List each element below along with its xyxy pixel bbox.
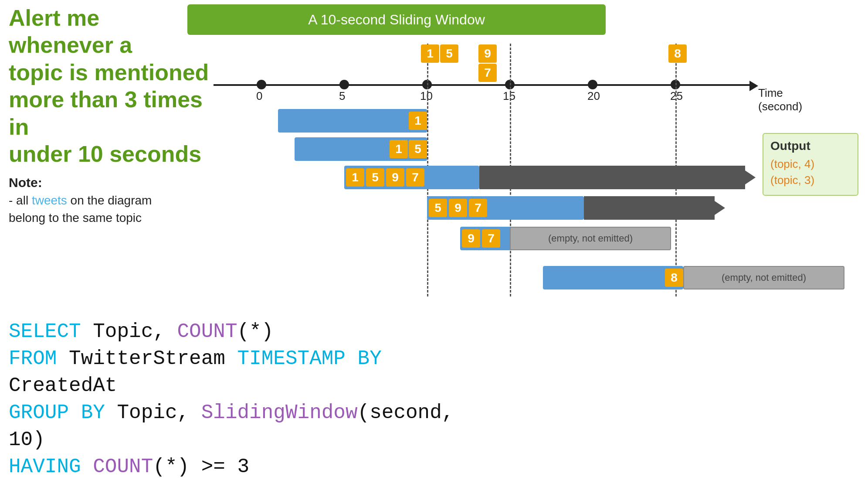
left-panel: Alert me whenever a topic is mentioned m… [9,4,209,226]
bar3-badge-7: 7 [406,168,424,187]
time-dot-0 [257,80,266,89]
time-label-10: 10 [420,89,433,103]
note-section: Note: - all tweets on the diagram belong… [9,175,209,226]
time-dot-5 [339,80,349,89]
diagram: A 10-second Sliding Window 0 5 10 15 20 … [187,4,858,310]
sql-line-2: FROM TwitterStream TIMESTAMP BY CreatedA… [9,345,488,399]
empty-label-1: (empty, not emitted) [548,233,633,244]
bar-row4-blue: 5 9 7 [427,196,584,220]
bar-row1: 1 [278,109,427,133]
bar1-badge-1: 1 [409,112,427,130]
badge-event-9-top: 9 [478,44,497,63]
output-item-2: (topic, 3) [770,174,851,187]
badge-event-1-top: 1 [421,44,439,63]
empty-box-1: (empty, not emitted) [510,227,671,250]
time-label-20: 20 [587,89,600,103]
note-body: - all tweets on the diagram belong to th… [9,192,209,226]
bar3-badge-9: 9 [386,168,404,187]
time-dot-20 [588,80,597,89]
bar3-badge-1: 1 [346,168,364,187]
alert-line2: topic is mentioned [9,60,209,85]
sliding-window-header: A 10-second Sliding Window [187,4,606,35]
header-text: A 10-second Sliding Window [308,12,485,28]
note-label: Note [9,175,38,190]
bar-row3-blue: 1 5 9 7 [344,166,479,189]
bar-row2: 1 5 [295,137,427,161]
bar-row3-dark [479,166,745,189]
bar-row3-arrow [745,170,756,184]
time-label-5: 5 [339,89,345,103]
alert-text: Alert me whenever a topic is mentioned m… [9,4,209,167]
sql-section: SELECT Topic, COUNT(*) FROM TwitterStrea… [9,318,488,481]
bar-row6-blue: 8 [543,266,683,289]
bar-row4-arrow [715,201,725,215]
bar4-badge-5: 5 [429,199,447,217]
badge-event-7-top: 7 [478,64,497,82]
sql-line-1: SELECT Topic, COUNT(*) [9,318,488,345]
alert-line4: under 10 seconds [9,141,201,167]
bar6-badge-8: 8 [665,269,683,287]
empty-label-2: (empty, not emitted) [722,272,806,283]
time-label-15: 15 [503,89,515,103]
output-panel: Output (topic, 4) (topic, 3) [763,133,858,196]
alert-line3: more than 3 times in [9,87,203,139]
empty-box-2: (empty, not emitted) [683,266,844,289]
sql-line-4: HAVING COUNT(*) >= 3 [9,453,488,480]
time-label-0: 0 [256,89,262,103]
bar4-badge-7: 7 [469,199,487,217]
bar5-badge-7: 7 [482,229,500,248]
output-title: Output [770,139,851,153]
time-axis-label: Time(second) [758,86,802,113]
badge-event-8-top: 8 [668,44,687,63]
output-item-1: (topic, 4) [770,157,851,171]
bar4-badge-9: 9 [449,199,467,217]
bar3-badge-5: 5 [366,168,384,187]
sql-line-3: GROUP BY Topic, SlidingWindow(second, 10… [9,399,488,453]
bar5-badge-9: 9 [462,229,480,248]
badge-event-5-top: 5 [440,44,458,63]
bar2-badge-5: 5 [409,140,427,158]
bar2-badge-1: 1 [390,140,408,158]
alert-line1: Alert me whenever a [9,5,132,58]
bar-row4-dark [584,196,715,220]
timeline-arrow [749,81,758,91]
